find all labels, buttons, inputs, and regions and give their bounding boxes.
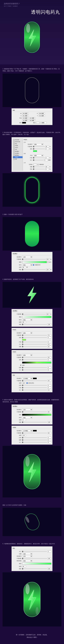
style-select[interactable]: 线性 (22, 319, 32, 321)
opacity-input[interactable] (45, 146, 49, 148)
size-slider[interactable] (22, 551, 47, 552)
glow-color-swatch[interactable] (33, 150, 37, 152)
angle-input[interactable] (22, 566, 26, 567)
size-slider[interactable] (22, 370, 47, 370)
distance-slider[interactable] (22, 438, 47, 438)
scale-input[interactable] (46, 269, 50, 270)
pos-select[interactable]: 内部 (22, 553, 32, 555)
size-input[interactable] (47, 442, 51, 443)
distance-input[interactable] (47, 437, 51, 438)
range-slider[interactable] (22, 346, 47, 347)
range-input[interactable] (47, 346, 51, 348)
r3-input[interactable] (22, 120, 29, 121)
r4-input[interactable] (29, 120, 35, 121)
noise-input[interactable] (47, 337, 51, 338)
width-input[interactable] (22, 112, 29, 114)
noise-slider[interactable] (33, 149, 45, 149)
angle-input[interactable] (22, 419, 26, 421)
size-slider[interactable] (22, 390, 47, 390)
noise-slider[interactable] (22, 337, 47, 338)
opacity-input[interactable] (47, 380, 51, 382)
opacity-slider[interactable] (22, 412, 47, 412)
spread-slider[interactable] (22, 342, 47, 342)
spread-slider[interactable] (22, 388, 47, 388)
blend-select[interactable]: 正片叠底 (22, 430, 32, 432)
side-bevel[interactable]: 斜面和浮雕 (13, 141, 23, 143)
blend-select[interactable]: 正常 (22, 256, 32, 258)
opacity-input[interactable] (47, 411, 51, 413)
size-input[interactable] (44, 159, 48, 161)
noise-input[interactable] (45, 148, 49, 150)
style-select[interactable]: 线性 (22, 417, 32, 418)
distance-input[interactable] (47, 384, 51, 386)
choke-input[interactable] (47, 367, 51, 368)
spread-input[interactable] (45, 157, 49, 159)
size-slider[interactable] (22, 344, 47, 344)
angle-input[interactable] (22, 382, 26, 384)
range-input[interactable] (45, 166, 49, 168)
spread-input[interactable] (47, 341, 51, 343)
side-inner-glow[interactable]: 内发光 (13, 146, 23, 148)
opacity-input[interactable] (47, 432, 51, 434)
side-inner-shadow[interactable]: 内阴影 (13, 145, 23, 146)
side-stroke[interactable]: 描边 (13, 143, 23, 145)
reverse-check[interactable] (47, 262, 49, 263)
style-select[interactable]: 线性 (22, 264, 32, 266)
range-slider[interactable] (33, 166, 45, 167)
choke-input[interactable] (47, 439, 51, 441)
spread-slider[interactable] (33, 158, 45, 158)
x-input[interactable] (22, 115, 29, 117)
stroke-swatch[interactable] (36, 122, 40, 124)
blend-select[interactable]: 正常 (22, 555, 32, 557)
opacity-slider[interactable] (33, 146, 45, 147)
shadow-color[interactable] (33, 430, 37, 432)
blend-select[interactable]: 滤色 (22, 332, 32, 334)
fill-swatch[interactable] (22, 122, 26, 124)
distance-slider[interactable] (22, 385, 47, 386)
shadow-color[interactable] (33, 378, 37, 379)
blend-select[interactable]: 滤色 (22, 354, 32, 356)
angle-input[interactable] (22, 321, 26, 323)
opacity-input[interactable] (46, 258, 50, 260)
size-slider[interactable] (22, 442, 47, 442)
scale-slider[interactable] (22, 568, 47, 569)
spread-input[interactable] (47, 387, 51, 388)
opacity-input[interactable] (47, 334, 51, 336)
size-input[interactable] (47, 344, 51, 345)
size-slider[interactable] (33, 160, 43, 160)
side-drop-shadow[interactable]: 投影 (13, 158, 23, 160)
method-select[interactable]: 柔和 (33, 154, 43, 156)
jitter-input[interactable] (45, 168, 49, 170)
contour-picker[interactable] (33, 164, 37, 166)
opacity-slider[interactable] (22, 380, 47, 381)
height-input[interactable] (38, 112, 45, 114)
side-pattern-overlay[interactable]: 图案叠加 (13, 154, 23, 156)
scale-input[interactable] (47, 421, 51, 423)
size-input[interactable] (47, 369, 51, 371)
stroke-w-input[interactable] (40, 122, 47, 124)
opacity-input[interactable] (47, 558, 51, 560)
side-gradient-overlay[interactable]: 渐变叠加 (13, 152, 23, 154)
r1-input[interactable] (22, 117, 29, 119)
scale-slider[interactable] (22, 269, 45, 270)
side-outer-glow[interactable]: 外发光 (13, 156, 23, 158)
side-satin[interactable]: 光泽 (13, 148, 23, 150)
scale-slider[interactable] (22, 422, 47, 422)
choke-slider[interactable] (22, 367, 47, 368)
choke-slider[interactable] (22, 440, 47, 440)
opacity-slider[interactable] (22, 335, 47, 336)
opacity-slider[interactable] (22, 314, 45, 314)
gradient-picker[interactable] (22, 261, 47, 263)
blend-select[interactable]: 滤色 (33, 143, 43, 145)
opacity-input[interactable] (47, 356, 51, 358)
angle-input[interactable] (22, 434, 26, 436)
glow-gradient[interactable] (22, 362, 51, 364)
align-check[interactable] (33, 264, 34, 266)
filltype-select[interactable]: 渐变 (22, 560, 32, 562)
scale-input[interactable] (47, 324, 51, 325)
angle-input[interactable] (22, 266, 26, 268)
gradient-picker[interactable] (22, 563, 51, 564)
opacity-slider[interactable] (22, 558, 47, 559)
opacity-slider[interactable] (22, 357, 47, 358)
blend-select[interactable]: 正片叠底 (22, 378, 32, 379)
